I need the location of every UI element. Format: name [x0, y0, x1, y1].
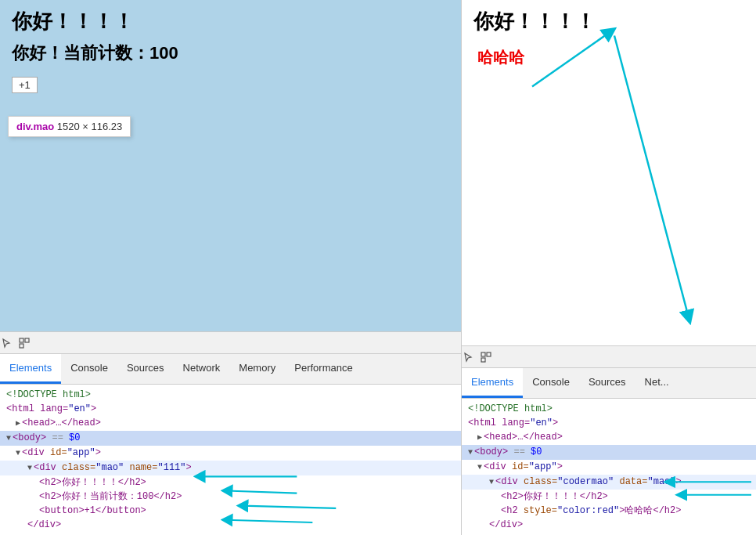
code-line: <html lang="en">: [0, 402, 461, 416]
tab-sources-right[interactable]: Sources: [579, 368, 635, 398]
right-viewport: 你好！！！！ 哈哈哈: [462, 0, 756, 345]
cursor-icon-right[interactable]: [462, 350, 476, 364]
tab-console-left[interactable]: Console: [61, 354, 117, 384]
code-line-body: <body> == $0: [0, 431, 461, 446]
tab-elements-right[interactable]: Elements: [462, 368, 523, 398]
right-text-red: 哈哈哈: [477, 47, 524, 68]
code-line: <h2>你好！！！！</h2>: [462, 490, 756, 504]
code-line: <div id="app">: [462, 460, 756, 475]
svg-rect-1: [25, 338, 29, 342]
code-line-div-codermao: <div class="codermao" data="mao">: [462, 475, 756, 490]
expand-triangle[interactable]: [27, 462, 34, 473]
element-tooltip: div.mao 1520 × 116.23: [8, 116, 131, 137]
code-line: <html lang="en">: [462, 416, 756, 430]
cursor-icon[interactable]: [0, 336, 14, 350]
tab-network-left[interactable]: Network: [174, 354, 230, 384]
tab-console-right[interactable]: Console: [523, 368, 579, 398]
tab-performance-left[interactable]: Performance: [285, 354, 362, 384]
tab-elements-left[interactable]: Elements: [0, 354, 61, 384]
code-line-div-mao: <div class="mao" name="111">: [0, 461, 461, 475]
tab-sources-left[interactable]: Sources: [117, 354, 174, 384]
svg-rect-9: [481, 352, 485, 356]
code-line-body-right: <body> == $0: [462, 445, 756, 460]
devtools-right-tabs: Elements Console Sources Net...: [462, 368, 756, 399]
svg-line-7: [614, 36, 689, 318]
collapse-triangle-r[interactable]: [477, 432, 484, 443]
tooltip-tag: div.mao: [16, 121, 54, 132]
code-line: <h2 style="color:red">哈哈哈</h2>: [462, 504, 756, 518]
left-viewport: 你好！！！！ 你好！当前计数：100 +1 div.mao 1520 × 116…: [0, 0, 461, 331]
code-line: <button>+1</button>: [0, 504, 461, 518]
svg-rect-10: [487, 352, 491, 356]
expand-triangle-r2[interactable]: [477, 461, 484, 472]
devtools-right-toolbar: [462, 346, 756, 368]
viewport-heading: 你好！！！！: [12, 8, 449, 35]
devtools-left-toolbar: [0, 332, 461, 354]
svg-rect-2: [20, 344, 23, 348]
collapse-triangle[interactable]: [16, 418, 22, 428]
viewport-counter: 你好！当前计数：100: [12, 42, 449, 65]
devtools-left: Elements Console Sources Network Memory …: [0, 331, 461, 535]
main-area: 你好！！！！ 你好！当前计数：100 +1 div.mao 1520 × 116…: [0, 0, 756, 535]
svg-rect-11: [481, 358, 485, 362]
devtools-right-body: <!DOCTYPE html> <html lang="en"> <head>……: [462, 399, 756, 535]
expand-triangle-r[interactable]: [468, 446, 474, 457]
left-panel: 你好！！！！ 你好！当前计数：100 +1 div.mao 1520 × 116…: [0, 0, 462, 535]
right-panel: 你好！！！！ 哈哈哈: [462, 0, 756, 535]
code-line: <h2>你好！当前计数：100</h2>: [0, 490, 461, 504]
code-line: <head>…</head>: [0, 416, 461, 431]
svg-rect-0: [20, 338, 23, 342]
tab-network-right[interactable]: Net...: [635, 368, 679, 398]
devtools-left-body: <!DOCTYPE html> <html lang="en"> <head>……: [0, 385, 461, 535]
inspect-icon-right[interactable]: [479, 350, 493, 364]
code-line: <!DOCTYPE html>: [462, 402, 756, 416]
expand-triangle[interactable]: [6, 432, 13, 443]
devtools-left-tabs: Elements Console Sources Network Memory …: [0, 354, 461, 385]
expand-triangle[interactable]: [16, 447, 22, 458]
code-line: <head>…</head>: [462, 430, 756, 445]
code-line: </div>: [0, 518, 461, 532]
tab-memory-left[interactable]: Memory: [229, 354, 285, 384]
code-line: </div>: [462, 518, 756, 532]
code-line: <!DOCTYPE html>: [0, 388, 461, 402]
svg-line-8: [532, 32, 610, 87]
devtools-right: Elements Console Sources Net... <!DOCTYP…: [462, 345, 756, 535]
right-heading: 你好！！！！: [473, 8, 744, 35]
tooltip-size: 1520 × 116.23: [57, 121, 123, 132]
inspect-icon[interactable]: [17, 336, 31, 350]
plus1-button[interactable]: +1: [12, 77, 38, 93]
code-line: <div id="app">: [0, 446, 461, 461]
code-line: <h2>你好！！！！</h2>: [0, 475, 461, 490]
expand-triangle-r3[interactable]: [489, 476, 495, 487]
